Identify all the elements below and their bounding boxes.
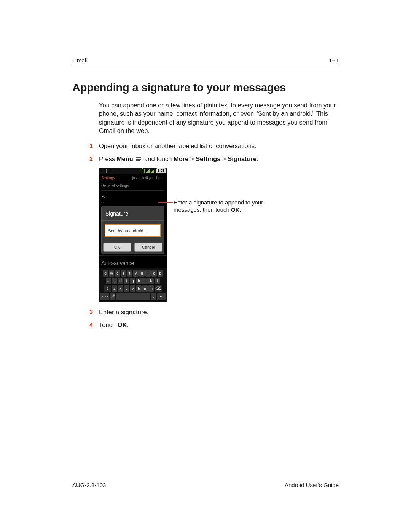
key-o[interactable]: o xyxy=(151,270,157,277)
status-left-icon-2 xyxy=(106,169,110,173)
signature-input-wrap xyxy=(105,224,161,237)
status-bar: 1:23 xyxy=(99,168,167,174)
dialog-title: Signature xyxy=(102,206,164,221)
bg-row1-sub: A xyxy=(101,200,164,204)
soft-keyboard: q w e r t y u i o p a xyxy=(99,268,167,302)
step-4: Touch OK. xyxy=(99,321,339,330)
key-p[interactable]: p xyxy=(158,270,163,277)
page-title: Appending a signature to your messages xyxy=(72,81,339,94)
kbd-row-2: a s d f g h j k l xyxy=(100,278,166,284)
key-symbols[interactable]: ?123 xyxy=(100,293,109,300)
step2-text-a: Press xyxy=(99,155,117,162)
callout-line1: Enter a signature to append to your xyxy=(174,199,263,206)
step-2: Press Menu and touch More > Settings > S… xyxy=(99,155,339,302)
page-number: 161 xyxy=(329,57,339,64)
auto-advance-row: Auto-advance xyxy=(99,255,167,268)
key-w[interactable]: w xyxy=(109,270,114,277)
key-space[interactable] xyxy=(116,293,150,300)
footer-right: Android User's Guide xyxy=(285,482,339,488)
callout-end: . xyxy=(239,206,241,213)
key-f[interactable]: f xyxy=(124,278,129,284)
account-email: justdroid@gmail.com xyxy=(132,176,164,181)
step-1: Open your Inbox or another labeled list … xyxy=(99,142,339,151)
key-t[interactable]: t xyxy=(127,270,132,277)
ok-button[interactable]: OK xyxy=(103,243,131,252)
key-g[interactable]: g xyxy=(130,278,135,284)
phone-screenshot: 1:23 Settings justdroid@gmail.com Genera… xyxy=(99,168,167,302)
key-c[interactable]: c xyxy=(124,285,129,292)
key-backspace[interactable]: ⌫ xyxy=(155,285,162,292)
step2-settings: Settings xyxy=(196,155,220,162)
callout: Enter a signature to append to your mess… xyxy=(174,168,339,302)
key-x[interactable]: x xyxy=(118,285,123,292)
step4-a: Touch xyxy=(99,321,118,328)
step2-text-b: and touch xyxy=(142,155,174,162)
key-u[interactable]: u xyxy=(139,270,145,277)
callout-ok: OK xyxy=(231,206,240,213)
step2-period: . xyxy=(256,155,258,162)
key-period[interactable]: . xyxy=(151,293,156,300)
key-d[interactable]: d xyxy=(118,278,123,284)
key-n[interactable]: n xyxy=(142,285,148,292)
step2-gt2: > xyxy=(220,155,228,162)
step2-signature: Signature xyxy=(228,155,256,162)
key-h[interactable]: h xyxy=(136,278,142,284)
battery-icon xyxy=(141,169,145,173)
key-e[interactable]: e xyxy=(115,270,120,277)
bg-row1-title: S xyxy=(101,193,164,200)
key-y[interactable]: y xyxy=(133,270,139,277)
settings-label: Settings xyxy=(101,176,115,181)
signature-dialog: Signature OK Cancel xyxy=(101,206,164,254)
signature-input[interactable] xyxy=(107,228,160,233)
footer-left: AUG-2.3-103 xyxy=(72,482,106,488)
general-settings-label: General settings xyxy=(99,182,167,190)
kbd-row-1: q w e r t y u i o p xyxy=(100,270,166,277)
key-m[interactable]: m xyxy=(148,285,154,292)
callout-line2: messages; then touch xyxy=(174,206,231,213)
key-z[interactable]: z xyxy=(112,285,117,292)
header-section: Gmail xyxy=(72,57,88,64)
intro-paragraph: You can append one or a few lines of pla… xyxy=(99,101,339,135)
kbd-row-4: ?123 🎤 . ↵ xyxy=(100,293,166,300)
key-mic[interactable]: 🎤 xyxy=(110,293,115,300)
step2-menu-word: Menu xyxy=(117,155,133,162)
key-a[interactable]: a xyxy=(106,278,111,284)
key-k[interactable]: k xyxy=(148,278,154,284)
status-time: 1:23 xyxy=(156,168,166,173)
key-s[interactable]: s xyxy=(112,278,117,284)
cancel-button[interactable]: Cancel xyxy=(134,243,162,252)
menu-icon xyxy=(136,157,141,162)
key-v[interactable]: v xyxy=(130,285,135,292)
status-left-icon xyxy=(101,169,105,173)
step2-more: More xyxy=(174,155,188,162)
key-r[interactable]: r xyxy=(121,270,126,277)
key-b[interactable]: b xyxy=(136,285,142,292)
key-enter[interactable]: ↵ xyxy=(157,293,166,300)
key-q[interactable]: q xyxy=(103,270,108,277)
key-j[interactable]: j xyxy=(142,278,148,284)
signal-icon xyxy=(146,169,150,173)
step4-ok: OK xyxy=(118,321,127,328)
key-shift[interactable]: ⇧ xyxy=(104,285,111,292)
signal-icon-2 xyxy=(151,169,155,173)
step4-b: . xyxy=(127,321,129,328)
step2-gt1: > xyxy=(189,155,196,162)
key-i[interactable]: i xyxy=(145,270,151,277)
kbd-row-3: ⇧ z x c v b n m ⌫ xyxy=(100,285,166,292)
step-3: Enter a signature. xyxy=(99,308,339,317)
key-l[interactable]: l xyxy=(155,278,160,284)
